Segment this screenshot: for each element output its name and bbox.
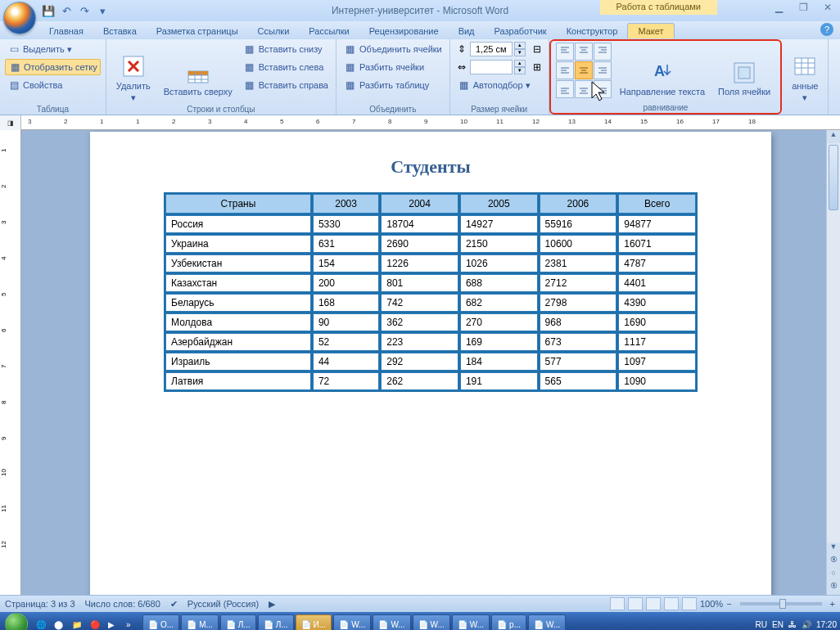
table-cell[interactable]: 169	[460, 333, 538, 351]
table-cell[interactable]: Россия	[165, 215, 311, 233]
table-cell[interactable]: 94877	[618, 215, 696, 233]
quick-chrome[interactable]: ⬤	[52, 614, 69, 630]
tab-pagelayout[interactable]: Разметка страницы	[147, 24, 248, 38]
delete-button[interactable]: Удалить▾	[111, 41, 156, 115]
table-cell[interactable]: 688	[460, 274, 538, 292]
zoom-thumb[interactable]	[779, 599, 786, 609]
tab-review[interactable]: Рецензирование	[359, 24, 449, 38]
table-cell[interactable]: 1226	[381, 254, 458, 272]
table-cell[interactable]: 673	[540, 333, 617, 351]
table-cell[interactable]: 292	[381, 353, 458, 371]
table-cell[interactable]: 52	[313, 333, 379, 351]
align-mid-center[interactable]	[575, 61, 593, 79]
scroll-thumb[interactable]	[829, 145, 838, 210]
table-cell[interactable]: 44	[313, 353, 379, 371]
table-cell[interactable]: 4401	[618, 274, 696, 292]
taskbar-item[interactable]: 📄Л...	[220, 614, 256, 630]
align-bot-center[interactable]	[575, 80, 593, 98]
restore-button[interactable]: ❐	[794, 2, 812, 15]
taskbar-item[interactable]: 📄И...	[296, 614, 332, 630]
table-cell[interactable]: 55916	[540, 215, 617, 233]
table-cell[interactable]: 154	[313, 254, 379, 272]
quick-folder[interactable]: 📁	[70, 614, 87, 630]
table-cell[interactable]: Казахстан	[165, 274, 311, 292]
insert-above-button[interactable]: Вставить сверху	[159, 41, 237, 115]
tab-developer[interactable]: Разработчик	[485, 24, 557, 38]
table-cell[interactable]: Латвия	[165, 372, 311, 390]
tray-time[interactable]: 17:20	[816, 620, 837, 629]
document-area[interactable]: Студенты Страны2003200420052006Всего Рос…	[21, 130, 840, 595]
taskbar-item[interactable]: 📄Л...	[258, 614, 294, 630]
table-cell[interactable]: 1090	[618, 372, 696, 390]
zoom-slider[interactable]	[740, 602, 822, 605]
merge-cells-button[interactable]: ▦Объединить ячейки	[341, 41, 445, 57]
col-width-input[interactable]	[470, 60, 513, 74]
table-cell[interactable]: Украина	[165, 235, 311, 253]
quick-ie[interactable]: 🌐	[34, 614, 51, 630]
office-button[interactable]	[3, 2, 36, 34]
save-icon[interactable]: 💾	[41, 3, 56, 18]
table-row[interactable]: Израиль442921845771097	[165, 353, 696, 371]
start-button[interactable]	[0, 612, 33, 630]
table-cell[interactable]: 968	[540, 313, 617, 331]
zoom-in[interactable]: +	[830, 599, 835, 609]
table-header[interactable]: Всего	[618, 194, 696, 214]
quick-more[interactable]: »	[124, 614, 141, 630]
minimize-button[interactable]: ▁	[770, 2, 788, 15]
prev-page-button[interactable]: ⦿	[827, 556, 840, 569]
table-cell[interactable]: Молдова	[165, 313, 311, 331]
table-cell[interactable]: 565	[540, 372, 617, 390]
scrollbar-vertical[interactable]: ▲ ▼ ⦿ ○ ⦿	[826, 130, 840, 595]
tab-mailings[interactable]: Рассылки	[299, 24, 359, 38]
width-down[interactable]: ▼	[514, 67, 526, 74]
scroll-down[interactable]: ▼	[827, 542, 840, 556]
table-cell[interactable]: Азербайджан	[165, 333, 311, 351]
table-header[interactable]: 2006	[540, 194, 617, 214]
insert-right-button[interactable]: ▦Вставить справа	[241, 77, 331, 93]
split-cells-button[interactable]: ▦Разбить ячейки	[341, 59, 445, 75]
table-row[interactable]: Россия533018704149275591694877	[165, 215, 696, 233]
align-top-right[interactable]	[594, 43, 612, 61]
view-web[interactable]	[646, 597, 661, 610]
table-cell[interactable]: 10600	[540, 235, 617, 253]
taskbar-item[interactable]: 📄W...	[452, 614, 490, 630]
table-cell[interactable]: 1117	[618, 333, 696, 351]
table-cell[interactable]: 2381	[540, 254, 617, 272]
taskbar-item[interactable]: 📄p...	[491, 614, 526, 630]
align-bot-right[interactable]	[594, 80, 612, 98]
zoom-out[interactable]: −	[726, 599, 731, 609]
table-header[interactable]: 2005	[460, 194, 538, 214]
table-row[interactable]: Узбекистан1541226102623814787	[165, 254, 696, 272]
table-row[interactable]: Беларусь16874268227984390	[165, 294, 696, 312]
table-cell[interactable]: 682	[460, 294, 538, 312]
status-page[interactable]: Страница: 3 из 3	[5, 599, 75, 609]
table-cell[interactable]: 2150	[460, 235, 538, 253]
table-row[interactable]: Украина631269021501060016071	[165, 235, 696, 253]
tray-volume-icon[interactable]: 🔊	[802, 620, 811, 629]
zoom-value[interactable]: 100%	[700, 599, 723, 609]
view-gridlines-button[interactable]: ▦Отобразить сетку	[5, 59, 101, 75]
table-cell[interactable]: 18704	[381, 215, 458, 233]
next-page-button[interactable]: ⦿	[827, 582, 840, 595]
taskbar-item[interactable]: 📄W...	[528, 614, 566, 630]
ruler-corner[interactable]: ◨	[0, 115, 21, 130]
table-row[interactable]: Азербайджан522231696731117	[165, 333, 696, 351]
table-header[interactable]: 2004	[381, 194, 458, 214]
select-button[interactable]: ▭Выделить ▾	[5, 41, 101, 57]
table-cell[interactable]: 1026	[460, 254, 538, 272]
status-words[interactable]: Число слов: 6/680	[85, 599, 160, 609]
width-up[interactable]: ▲	[514, 60, 526, 67]
distribute-cols-icon[interactable]: ⊞	[531, 61, 544, 74]
qat-more-icon[interactable]: ▾	[95, 3, 110, 18]
align-mid-left[interactable]	[556, 61, 574, 79]
status-macro-icon[interactable]: ▶	[269, 599, 275, 610]
taskbar-item[interactable]: 📄М...	[181, 614, 219, 630]
close-button[interactable]: ✕	[819, 2, 837, 15]
table-cell[interactable]: 16071	[618, 235, 696, 253]
table-cell[interactable]: 270	[460, 313, 538, 331]
students-table[interactable]: Страны2003200420052006Всего Россия533018…	[164, 192, 698, 392]
view-print-layout[interactable]	[610, 597, 625, 610]
table-cell[interactable]: 200	[313, 274, 379, 292]
taskbar-item[interactable]: 📄W...	[373, 614, 410, 630]
table-cell[interactable]: 1690	[618, 313, 696, 331]
